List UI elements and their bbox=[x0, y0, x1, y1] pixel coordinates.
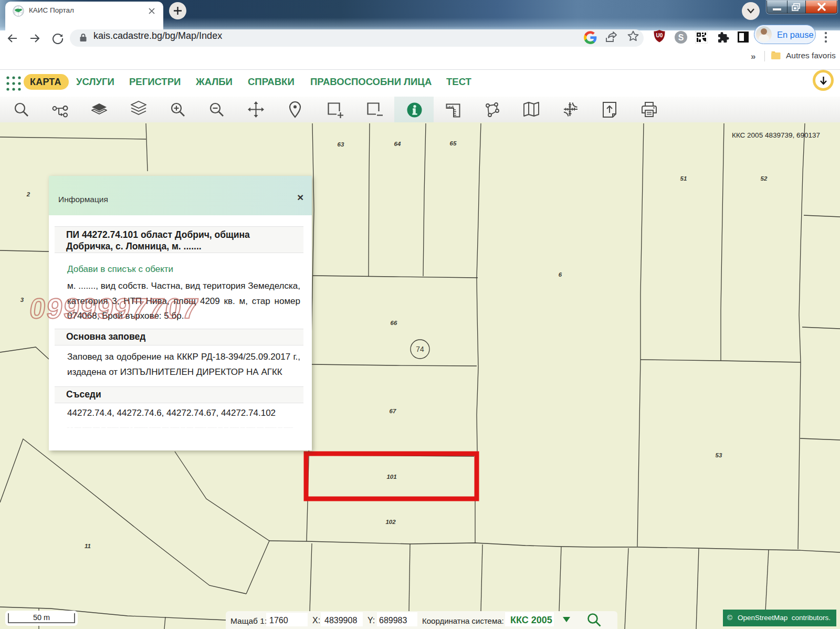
svg-text:11: 11 bbox=[85, 543, 91, 549]
svg-text:U0: U0 bbox=[656, 33, 663, 38]
svg-text:101: 101 bbox=[386, 474, 396, 480]
svg-text:53: 53 bbox=[716, 452, 722, 458]
svg-text:65: 65 bbox=[450, 140, 457, 146]
svg-text:67: 67 bbox=[390, 408, 396, 414]
svg-text:S: S bbox=[678, 33, 684, 42]
svg-text:51: 51 bbox=[680, 175, 687, 182]
svg-text:102: 102 bbox=[385, 519, 396, 525]
svg-text:66: 66 bbox=[391, 320, 397, 326]
svg-text:74: 74 bbox=[416, 345, 424, 353]
svg-text:64: 64 bbox=[394, 141, 401, 147]
svg-text:63: 63 bbox=[338, 141, 344, 148]
svg-text:3: 3 bbox=[20, 297, 24, 303]
svg-text:2: 2 bbox=[26, 191, 30, 197]
svg-text:52: 52 bbox=[761, 175, 768, 182]
svg-text:ККС 2005 4839739, 690137: ККС 2005 4839739, 690137 bbox=[732, 131, 820, 139]
svg-text:6: 6 bbox=[559, 271, 562, 278]
